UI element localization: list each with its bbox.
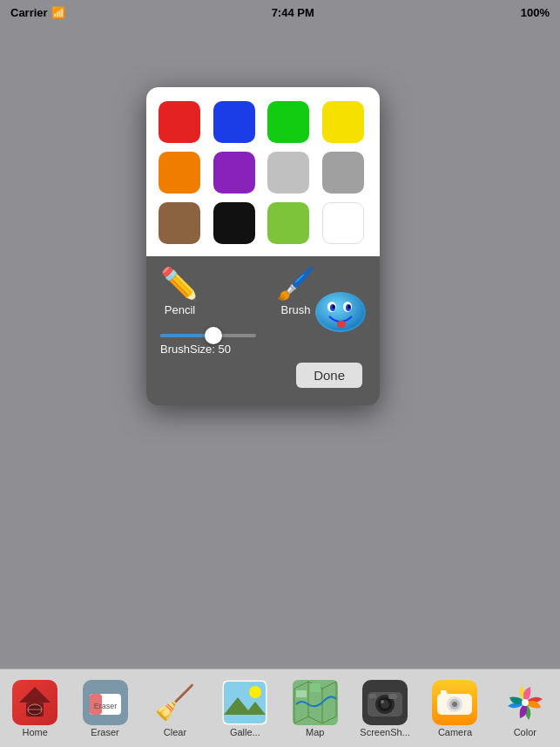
color-pinwheel-icon — [503, 680, 548, 725]
clear-icon: 🧹 — [152, 680, 198, 725]
pencil-icon: ✏️ — [160, 268, 199, 300]
tab-item-camera[interactable]: Camera — [420, 680, 489, 737]
home-icon — [12, 680, 57, 725]
color-swatch-red[interactable] — [159, 101, 200, 143]
tab-item-home[interactable]: Home — [0, 680, 70, 737]
color-swatch-purple[interactable] — [213, 152, 255, 194]
map-icon — [293, 680, 338, 725]
tools-row: ✏️ Pencil 🖌️ Brush BrushSize: 50 — [160, 268, 366, 356]
done-row: Done — [160, 356, 366, 397]
carrier-text: Carrier — [10, 6, 48, 19]
pencil-label: Pencil — [165, 303, 195, 316]
pencil-tool[interactable]: ✏️ Pencil — [160, 268, 199, 316]
tab-label-gallery: Galle... — [230, 727, 260, 737]
svg-rect-27 — [310, 683, 320, 692]
svg-text:Eraser: Eraser — [93, 702, 117, 710]
svg-rect-34 — [388, 694, 397, 699]
tab-label-camera: Camera — [438, 727, 472, 737]
brush-icon: 🖌️ — [276, 268, 315, 300]
tab-item-eraser[interactable]: Eraser Eraser — [71, 680, 140, 737]
tab-item-screenshot[interactable]: ScreenSh... — [350, 680, 420, 737]
svg-rect-35 — [369, 694, 376, 698]
battery-label: 100% — [521, 6, 550, 19]
brush-tool[interactable]: 🖌️ Brush — [276, 268, 315, 316]
color-swatch-light-gray[interactable] — [267, 152, 309, 194]
brush-size-control: BrushSize: 50 — [160, 334, 315, 356]
eraser-icon: Eraser — [83, 680, 128, 725]
color-brush-popup: ✏️ Pencil 🖌️ Brush BrushSize: 50 — [146, 87, 380, 405]
gallery-icon — [222, 680, 267, 725]
status-bar: Carrier 📶 7:44 PM 100% — [0, 0, 560, 24]
screenshot-icon — [362, 680, 408, 725]
camera-icon — [432, 680, 477, 725]
tab-item-gallery[interactable]: Galle... — [210, 680, 280, 737]
color-swatch-gray[interactable] — [322, 152, 364, 194]
svg-point-6 — [348, 305, 351, 309]
tab-label-map: Map — [306, 727, 324, 737]
tab-label-clear: Clear — [164, 727, 186, 737]
tool-selection-row: ✏️ Pencil 🖌️ Brush — [160, 268, 315, 316]
color-swatch-yellow[interactable] — [322, 101, 364, 143]
svg-point-5 — [333, 305, 335, 309]
tab-label-eraser: Eraser — [91, 727, 118, 737]
slider-thumb[interactable] — [205, 327, 222, 344]
tab-label-home: Home — [23, 727, 48, 737]
color-grid — [146, 87, 380, 256]
smiley-svg — [315, 292, 366, 332]
smiley-preview — [315, 292, 366, 332]
tab-item-clear[interactable]: 🧹 Clear — [140, 680, 210, 737]
brush-size-label: BrushSize: 50 — [160, 343, 315, 356]
svg-point-33 — [381, 700, 384, 703]
color-swatch-lime[interactable] — [267, 202, 309, 244]
tab-item-map[interactable]: Map — [280, 680, 350, 737]
svg-rect-26 — [296, 690, 307, 697]
brush-label: Brush — [281, 303, 311, 316]
tab-item-color[interactable]: Color — [490, 680, 560, 737]
wifi-icon: 📶 — [51, 6, 65, 19]
color-swatch-brown[interactable] — [159, 202, 200, 244]
color-swatch-green[interactable] — [267, 101, 309, 143]
carrier-label: Carrier 📶 — [10, 6, 65, 19]
svg-point-41 — [522, 699, 529, 706]
color-swatch-orange[interactable] — [159, 152, 200, 194]
svg-point-7 — [337, 321, 346, 328]
svg-point-21 — [249, 686, 261, 698]
tools-section: ✏️ Pencil 🖌️ Brush BrushSize: 50 — [146, 256, 380, 405]
brush-size-slider[interactable] — [160, 334, 256, 337]
color-swatch-blue[interactable] — [213, 101, 255, 143]
color-swatch-empty[interactable] — [322, 202, 364, 244]
tab-label-screenshot: ScreenSh... — [360, 727, 409, 737]
color-swatch-black[interactable] — [213, 202, 255, 244]
done-button[interactable]: Done — [296, 363, 362, 388]
tab-bar: Home Eraser Eraser 🧹 Clear — [0, 669, 560, 747]
time-label: 7:44 PM — [272, 6, 314, 19]
tab-label-color: Color — [514, 727, 536, 737]
svg-point-40 — [452, 702, 457, 707]
